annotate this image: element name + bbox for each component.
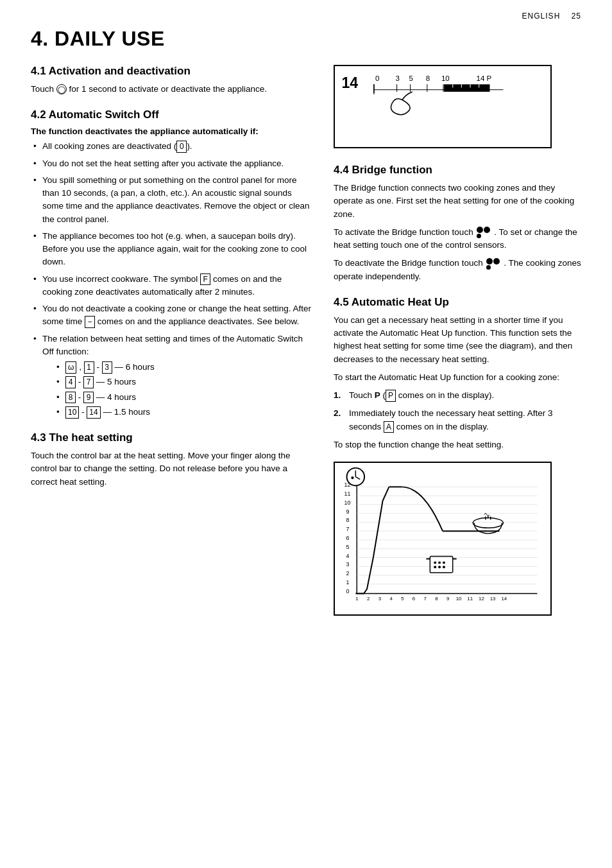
svg-text:11: 11 (467, 596, 473, 602)
section-4-1: 4.1 Activation and deactivation Touch ◯ … (31, 65, 313, 96)
fourteen-box: 14 (87, 406, 100, 419)
page: ENGLISH 25 4. DAILY USE 4.1 Activation a… (0, 0, 612, 868)
chapter-title: 4. DAILY USE (31, 27, 581, 51)
section-4-4: 4.4 Bridge function The Bridge function … (334, 164, 581, 283)
section-4-2: 4.2 Automatic Switch Off The function de… (31, 108, 313, 419)
svg-text:9: 9 (446, 596, 449, 602)
seven-box: 7 (83, 376, 94, 388)
sub-list-item: ω , 1 - 3 — 6 hours (54, 361, 313, 374)
list-item: All cooking zones are deactivated (0). (31, 140, 313, 153)
one-box: 1 (84, 361, 94, 374)
section-4-2-title: 4.2 Automatic Switch Off (31, 108, 313, 121)
bridge-deactivate-icon (486, 258, 500, 270)
svg-text:5: 5 (401, 596, 404, 602)
section-4-3: 4.3 The heat setting Touch the control b… (31, 431, 313, 489)
section-4-4-para2: To activate the Bridge function touch . … (334, 226, 581, 252)
svg-text:0: 0 (346, 588, 350, 595)
svg-text:5: 5 (409, 74, 413, 82)
svg-text:8: 8 (426, 74, 430, 82)
power-icon: ◯ (56, 84, 67, 94)
chart-descent-line (402, 487, 443, 531)
page-header: ENGLISH 25 (522, 12, 581, 21)
svg-text:3: 3 (396, 74, 400, 82)
svg-text:1: 1 (346, 579, 350, 586)
svg-text:7: 7 (424, 596, 427, 602)
svg-text:10: 10 (441, 74, 450, 82)
svg-text:3: 3 (346, 561, 350, 568)
list-item: You do not set the heat setting after yo… (31, 157, 313, 170)
left-column: 4.1 Activation and deactivation Touch ◯ … (31, 65, 313, 629)
three-box: 3 (102, 361, 112, 374)
list-item: You do not deactivate a cooking zone or … (31, 302, 313, 329)
section-4-5: 4.5 Automatic Heat Up You can get a nece… (334, 296, 581, 616)
section-4-2-note: The function deactivates the appliance a… (31, 126, 313, 136)
section-4-5-title: 4.5 Automatic Heat Up (334, 296, 581, 309)
f-symbol: F (200, 273, 210, 286)
section-4-4-para3: To deactivate the Bridge function touch … (334, 257, 581, 283)
minus-symbol: − (85, 316, 95, 328)
svg-text:3: 3 (378, 596, 382, 602)
svg-line-21 (355, 477, 360, 480)
svg-point-71 (438, 566, 441, 568)
sub-list: ω , 1 - 3 — 6 hours 4 - 7 — 5 hours 8 - … (54, 361, 313, 419)
svg-text:5: 5 (346, 544, 350, 550)
svg-text:11: 11 (344, 490, 351, 497)
section-4-2-list: All cooking zones are deactivated (0). Y… (31, 140, 313, 419)
svg-text:6: 6 (346, 535, 350, 541)
svg-text:9: 9 (346, 508, 350, 515)
nine-box: 9 (83, 392, 94, 404)
p-box: P (386, 390, 396, 402)
section-4-3-body: Touch the control bar at the heat settin… (31, 449, 313, 489)
svg-text:8: 8 (435, 596, 438, 602)
svg-text:14 P: 14 P (477, 74, 492, 82)
svg-text:1: 1 (355, 596, 358, 602)
svg-text:0: 0 (375, 74, 379, 82)
list-item: You spill something or put something on … (31, 174, 313, 226)
top-diagram: 14 0 3 5 8 10 14 P (334, 65, 552, 148)
svg-text:2: 2 (346, 570, 350, 577)
steps-list: 1. Touch P (P comes on in the display). … (334, 389, 581, 433)
svg-text:4: 4 (346, 553, 350, 559)
svg-text:7: 7 (346, 526, 350, 532)
step-1: 1. Touch P (P comes on in the display). (334, 389, 581, 402)
omega-box: ω (65, 361, 76, 374)
svg-point-67 (434, 561, 436, 564)
sub-list-item: 4 - 7 — 5 hours (54, 376, 313, 388)
section-4-4-title: 4.4 Bridge function (334, 164, 581, 177)
svg-point-72 (443, 566, 445, 568)
list-item: The appliance becomes too hot (e.g. when… (31, 230, 313, 269)
language-label: ENGLISH (522, 12, 561, 21)
svg-text:10: 10 (344, 499, 351, 506)
svg-rect-14 (444, 84, 489, 92)
svg-text:6: 6 (412, 596, 416, 602)
zero-icon: 0 (176, 141, 187, 153)
ten-box: 10 (65, 406, 79, 419)
svg-text:10: 10 (456, 596, 462, 602)
section-4-1-title: 4.1 Activation and deactivation (31, 65, 313, 78)
list-item: The relation between heat setting and ti… (31, 333, 313, 419)
section-4-3-title: 4.3 The heat setting (31, 431, 313, 444)
svg-point-69 (443, 561, 445, 564)
svg-point-70 (434, 566, 436, 568)
eight-box: 8 (65, 392, 76, 404)
svg-text:8: 8 (346, 517, 350, 523)
sub-list-item: 8 - 9 — 4 hours (54, 391, 313, 404)
svg-text:12: 12 (479, 596, 484, 602)
svg-text:14: 14 (501, 596, 507, 602)
right-column: 14 0 3 5 8 10 14 P (334, 65, 581, 629)
svg-point-68 (438, 561, 441, 564)
step-2: 2. Immediately touch the necessary heat … (334, 407, 581, 433)
svg-text:●: ● (350, 474, 354, 481)
svg-point-73 (473, 518, 503, 528)
svg-text:2: 2 (367, 596, 370, 602)
heat-chart-svg: ● 12 11 10 9 8 7 6 5 4 3 2 1 0 (335, 463, 550, 614)
svg-text:4: 4 (389, 596, 393, 602)
svg-text:14: 14 (342, 74, 359, 91)
section-4-1-body: Touch ◯ for 1 second to activate or de­a… (31, 83, 313, 96)
heat-bar-diagram: 14 0 3 5 8 10 14 P (335, 66, 550, 147)
section-4-5-para1: You can get a necessary heat setting in … (334, 314, 581, 366)
list-item: You use incorrect cookware. The symbol F… (31, 273, 313, 299)
page-number: 25 (572, 12, 581, 21)
chart-rise-line (355, 487, 389, 593)
bridge-activate-icon (477, 227, 490, 238)
